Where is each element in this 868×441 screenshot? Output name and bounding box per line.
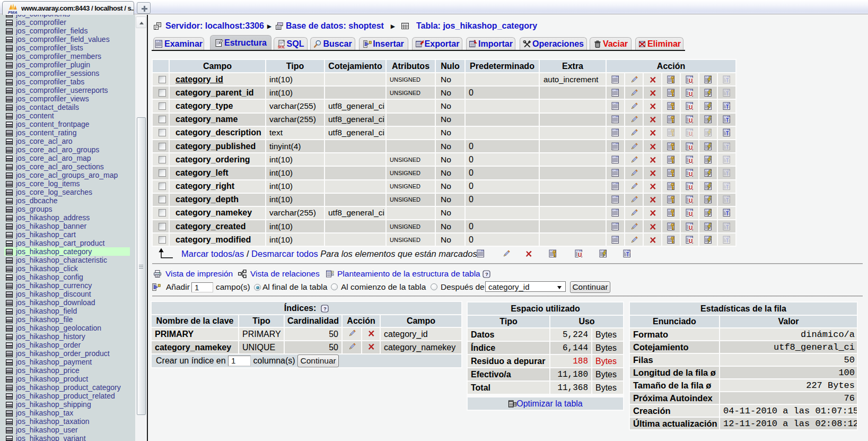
svg-text:?: ?	[485, 271, 488, 277]
svg-text:T: T	[725, 237, 729, 244]
svg-text:T: T	[725, 144, 729, 150]
svg-text:PMA: PMA	[8, 10, 17, 14]
svg-text:T: T	[725, 184, 729, 190]
svg-text:T: T	[725, 224, 729, 230]
svg-text:T: T	[725, 117, 729, 124]
svg-text:T: T	[725, 197, 729, 204]
svg-text:T: T	[725, 90, 729, 97]
svg-text:T: T	[725, 211, 729, 217]
svg-text:U: U	[688, 117, 692, 124]
svg-text:U: U	[688, 211, 692, 217]
svg-text:U: U	[688, 197, 692, 204]
svg-text:U: U	[578, 252, 582, 258]
svg-text:U: U	[688, 184, 692, 191]
svg-text:T: T	[626, 251, 630, 257]
svg-text:U: U	[688, 171, 692, 177]
svg-text:U: U	[688, 104, 692, 110]
svg-text:T: T	[725, 170, 729, 177]
svg-text:?: ?	[323, 306, 327, 312]
svg-text:U: U	[688, 131, 692, 137]
svg-text:U: U	[688, 77, 692, 83]
svg-text:T: T	[725, 157, 729, 163]
svg-text:U: U	[688, 224, 692, 230]
svg-text:U: U	[688, 144, 692, 150]
svg-text:U: U	[688, 157, 692, 163]
svg-text:T: T	[725, 77, 729, 83]
svg-text:T: T	[725, 131, 729, 137]
svg-text:SQL: SQL	[278, 45, 285, 48]
svg-text:U: U	[688, 90, 692, 97]
svg-text:T: T	[725, 103, 729, 110]
svg-text:U: U	[688, 237, 692, 244]
